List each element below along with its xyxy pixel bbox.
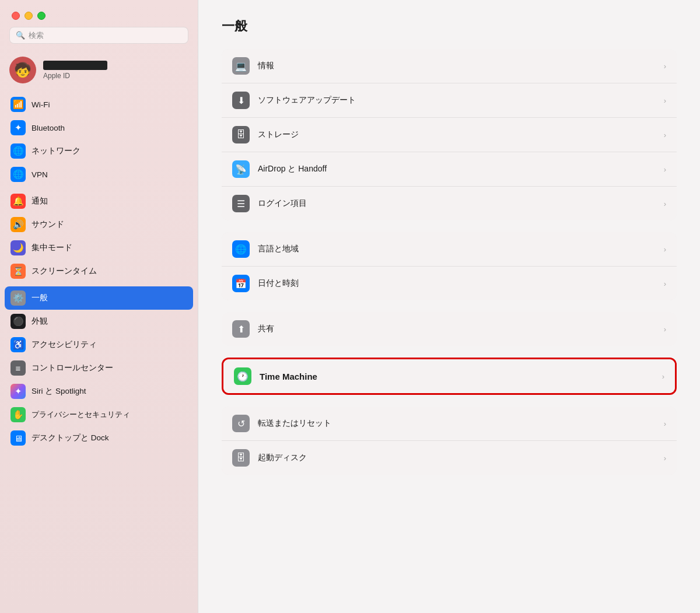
sidebar-item-siri[interactable]: ✦ Siri と Spotlight <box>5 380 193 403</box>
focus-icon: 🌙 <box>10 240 26 255</box>
sidebar-item-appearance[interactable]: ⚫ 外観 <box>5 310 193 333</box>
startup-icon: 🗄 <box>232 449 250 467</box>
row-sharing[interactable]: ⬆ 共有 › <box>222 312 677 346</box>
settings-group-1: 💻 情報 › ⬇ ソフトウェアアップデート › 🗄 ストレージ › 📡 AirD… <box>222 49 677 220</box>
apple-id-section[interactable]: 🧒 Apple ID <box>0 52 198 90</box>
sidebar-item-label: VPN <box>32 170 48 179</box>
general-icon: ⚙️ <box>10 290 26 306</box>
settings-group-5: ↺ 転送またはリセット › 🗄 起動ディスク › <box>222 407 677 475</box>
sidebar-item-notifications[interactable]: 🔔 通知 <box>5 190 193 213</box>
chevron-icon: › <box>664 199 666 208</box>
chevron-icon: › <box>664 131 666 139</box>
sidebar-item-label: デスクトップと Dock <box>32 433 109 443</box>
chevron-icon: › <box>664 245 666 254</box>
row-info[interactable]: 💻 情報 › <box>222 49 677 83</box>
login-icon: ☰ <box>232 195 250 212</box>
row-label: ストレージ <box>258 129 664 140</box>
row-transfer[interactable]: ↺ 転送またはリセット › <box>222 407 677 441</box>
language-icon: 🌐 <box>232 240 250 258</box>
datetime-icon: 📅 <box>232 275 250 292</box>
privacy-icon: ✋ <box>10 407 26 422</box>
chevron-icon: › <box>664 62 666 71</box>
row-storage[interactable]: 🗄 ストレージ › <box>222 118 677 152</box>
search-icon: 🔍 <box>16 31 25 40</box>
row-airdrop[interactable]: 📡 AirDrop と Handoff › <box>222 152 677 187</box>
apple-id-label: Apple ID <box>43 72 107 80</box>
sidebar-item-label: 外観 <box>32 316 48 327</box>
chevron-icon: › <box>664 454 666 463</box>
sidebar-item-network[interactable]: 🌐 ネットワーク <box>5 139 193 163</box>
row-label: 言語と地域 <box>258 244 664 254</box>
minimize-button[interactable] <box>24 12 33 20</box>
sidebar-item-bluetooth[interactable]: ✦ Bluetooth <box>5 116 193 139</box>
row-login[interactable]: ☰ ログイン項目 › <box>222 187 677 220</box>
row-label: 日付と時刻 <box>258 278 664 289</box>
network-icon: 🌐 <box>10 143 26 159</box>
sidebar-item-desktop[interactable]: 🖥 デスクトップと Dock <box>5 426 193 450</box>
airdrop-icon: 📡 <box>232 160 250 178</box>
accessibility-icon: ♿ <box>10 337 26 352</box>
row-update[interactable]: ⬇ ソフトウェアアップデート › <box>222 83 677 118</box>
row-label: 情報 <box>258 61 664 71</box>
wifi-icon: 📶 <box>10 97 26 112</box>
timemachine-icon: 🕐 <box>234 367 251 385</box>
sidebar-item-wifi[interactable]: 📶 Wi-Fi <box>5 93 193 116</box>
sidebar-item-privacy[interactable]: ✋ プライバシーとセキュリティ <box>5 403 193 426</box>
settings-group-3: ⬆ 共有 › <box>222 312 677 346</box>
row-label: ログイン項目 <box>258 198 664 209</box>
desktop-icon: 🖥 <box>10 430 26 446</box>
avatar: 🧒 <box>9 57 36 83</box>
sidebar-item-label: アクセシビリティ <box>32 339 97 350</box>
sidebar-item-label: ネットワーク <box>32 146 80 156</box>
sidebar-item-vpn[interactable]: 🌐 VPN <box>5 163 193 186</box>
page-title: 一般 <box>222 17 677 35</box>
row-timemachine[interactable]: 🕐 Time Machine › <box>223 359 675 393</box>
notifications-icon: 🔔 <box>10 194 26 209</box>
row-label: ソフトウェアアップデート <box>258 95 664 106</box>
row-label: 共有 <box>258 324 664 334</box>
sidebar-item-controlcenter[interactable]: ≡ コントロールセンター <box>5 356 193 380</box>
sidebar-item-label: コントロールセンター <box>32 363 113 373</box>
chevron-icon: › <box>664 419 666 428</box>
row-language[interactable]: 🌐 言語と地域 › <box>222 232 677 267</box>
fullscreen-button[interactable] <box>37 12 46 20</box>
sound-icon: 🔊 <box>10 217 26 232</box>
sidebar-item-sound[interactable]: 🔊 サウンド <box>5 213 193 236</box>
row-label: Time Machine <box>260 372 662 381</box>
screentime-icon: ⏳ <box>10 264 26 279</box>
sidebar-item-focus[interactable]: 🌙 集中モード <box>5 236 193 260</box>
sidebar-group-network: 📶 Wi-Fi ✦ Bluetooth 🌐 ネットワーク 🌐 VPN <box>5 93 193 186</box>
row-label: AirDrop と Handoff <box>258 164 664 174</box>
sharing-icon: ⬆ <box>232 320 250 338</box>
search-input[interactable] <box>29 31 182 40</box>
sidebar-item-label: スクリーンタイム <box>32 266 97 276</box>
timemachine-wrapper: 🕐 Time Machine › <box>222 358 677 395</box>
chevron-icon: › <box>662 372 664 381</box>
row-label: 起動ディスク <box>258 453 664 463</box>
sidebar-item-accessibility[interactable]: ♿ アクセシビリティ <box>5 333 193 356</box>
sidebar-item-label: Wi-Fi <box>32 100 50 109</box>
row-datetime[interactable]: 📅 日付と時刻 › <box>222 267 677 300</box>
sidebar-item-label: 一般 <box>32 293 48 303</box>
siri-icon: ✦ <box>10 384 26 399</box>
update-icon: ⬇ <box>232 92 250 109</box>
sidebar-group-system: 🔔 通知 🔊 サウンド 🌙 集中モード ⏳ スクリーンタイム <box>5 190 193 283</box>
sidebar-item-label: 通知 <box>32 196 48 206</box>
settings-group-2: 🌐 言語と地域 › 📅 日付と時刻 › <box>222 232 677 300</box>
apple-id-name-redacted <box>43 61 107 70</box>
chevron-icon: › <box>664 96 666 105</box>
sidebar-scroll: 📶 Wi-Fi ✦ Bluetooth 🌐 ネットワーク 🌐 VPN 🔔 通知 <box>0 90 198 613</box>
bluetooth-icon: ✦ <box>10 120 26 135</box>
sidebar-item-screentime[interactable]: ⏳ スクリーンタイム <box>5 260 193 283</box>
info-icon: 💻 <box>232 57 250 75</box>
sidebar-item-general[interactable]: ⚙️ 一般 <box>5 286 193 310</box>
apple-id-info: Apple ID <box>43 61 107 80</box>
controlcenter-icon: ≡ <box>10 360 26 376</box>
close-button[interactable] <box>12 12 20 20</box>
transfer-icon: ↺ <box>232 415 250 432</box>
row-startup[interactable]: 🗄 起動ディスク › <box>222 441 677 475</box>
sidebar-item-label: Bluetooth <box>32 124 65 132</box>
chevron-icon: › <box>664 165 666 174</box>
vpn-icon: 🌐 <box>10 167 26 182</box>
search-bar[interactable]: 🔍 <box>9 27 188 44</box>
